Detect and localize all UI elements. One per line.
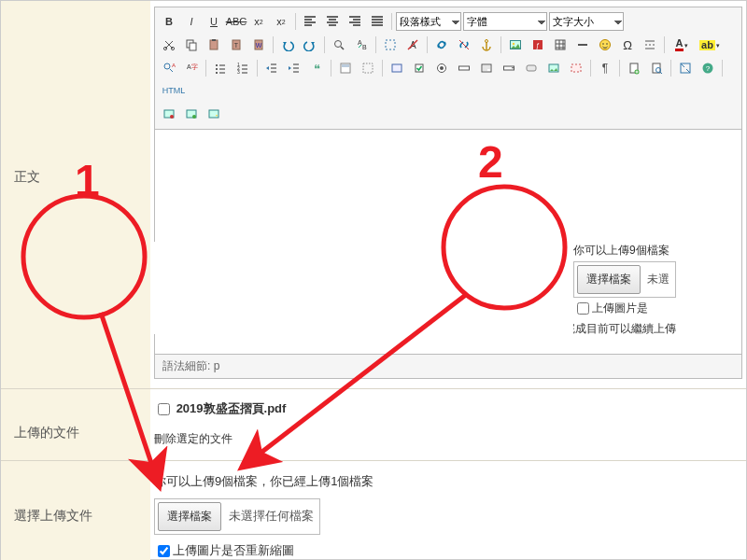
pagebreak-icon[interactable] xyxy=(640,35,660,55)
svg-point-17 xyxy=(513,43,514,45)
textfield-icon[interactable] xyxy=(454,58,474,78)
thumb-checkbox-right[interactable] xyxy=(577,302,589,315)
image-icon[interactable] xyxy=(505,35,526,55)
svg-point-10 xyxy=(335,41,342,48)
special-char-icon[interactable]: Ω xyxy=(617,35,638,55)
align-justify-button[interactable] xyxy=(367,11,388,32)
svg-point-29 xyxy=(216,68,218,70)
imagebutton-icon[interactable] xyxy=(543,58,564,78)
blockquote-icon[interactable]: ❝ xyxy=(306,58,327,78)
select-upload-info: 你可以上傳9個檔案，你已經上傳1個檔案 xyxy=(154,470,742,494)
anchor-icon[interactable] xyxy=(476,35,497,55)
table-icon[interactable] xyxy=(550,35,571,55)
nofile-right: 未選 xyxy=(647,273,669,286)
outdent-icon[interactable] xyxy=(261,58,282,78)
paste-text-icon[interactable]: T xyxy=(226,35,247,55)
svg-text:T: T xyxy=(234,42,239,49)
link-icon[interactable] xyxy=(431,35,452,55)
editor-content-area[interactable]: 你可以 選擇檔案 上傳圖片是 成目前可以 你可以上傳9個檔案 選擇檔案 未選 xyxy=(154,130,742,355)
thumb-checkbox-main[interactable] xyxy=(158,545,170,557)
font-family-select[interactable]: 字體 xyxy=(463,12,547,31)
spellcheck-icon[interactable]: A字 xyxy=(181,58,202,78)
strike-button[interactable]: ABC xyxy=(226,11,247,32)
unlink-icon[interactable] xyxy=(454,35,474,55)
preview-icon[interactable] xyxy=(646,58,667,78)
nofile-main: 未選擇任何檔案 xyxy=(229,509,314,523)
undo-icon[interactable] xyxy=(277,35,298,55)
svg-text:3: 3 xyxy=(237,69,240,75)
ul-icon[interactable] xyxy=(210,58,231,78)
cut-icon[interactable] xyxy=(159,35,179,55)
svg-rect-3 xyxy=(190,43,196,50)
thumb-label-right: 上傳圖片是 xyxy=(592,301,648,315)
button-icon[interactable] xyxy=(521,58,542,78)
svg-text:?: ? xyxy=(706,64,711,73)
flash-icon[interactable]: ƒ xyxy=(528,35,548,55)
form-icon[interactable] xyxy=(387,58,407,78)
copy-icon[interactable] xyxy=(181,35,202,55)
label-uploaded: 上傳的文件 xyxy=(14,425,79,440)
svg-rect-41 xyxy=(459,66,470,70)
align-left-button[interactable] xyxy=(300,11,320,32)
div-icon[interactable] xyxy=(358,58,378,78)
svg-rect-36 xyxy=(363,63,373,73)
align-center-button[interactable] xyxy=(322,11,343,32)
fontcolor-button[interactable]: A▾ xyxy=(669,35,695,55)
show-blocks-icon[interactable]: ¶ xyxy=(595,58,615,78)
bgcolor-button[interactable]: ab▾ xyxy=(697,35,723,55)
choose-file-button-right[interactable]: 選擇檔案 xyxy=(577,265,641,294)
select-icon[interactable] xyxy=(499,58,519,78)
svg-text:字: 字 xyxy=(191,63,198,70)
svg-text:A: A xyxy=(172,63,176,68)
extra3-icon[interactable] xyxy=(204,104,224,124)
textarea-icon[interactable] xyxy=(476,58,497,78)
checkbox-icon[interactable] xyxy=(409,58,430,78)
svg-text:ƒ: ƒ xyxy=(536,42,540,49)
svg-point-24 xyxy=(164,63,170,69)
bold-button[interactable]: B xyxy=(159,11,179,32)
svg-rect-35 xyxy=(342,64,349,67)
redo-icon[interactable] xyxy=(300,35,320,55)
choose-file-button-main[interactable]: 選擇檔案 xyxy=(158,502,221,531)
find-replace-icon[interactable]: A xyxy=(159,58,179,78)
font-size-select[interactable]: 文字大小 xyxy=(549,12,624,31)
svg-rect-37 xyxy=(392,64,402,72)
ol-icon[interactable]: 123 xyxy=(233,58,253,78)
hr-icon[interactable] xyxy=(572,35,593,55)
subscript-button[interactable]: x2 xyxy=(248,11,269,32)
svg-rect-58 xyxy=(209,110,218,118)
indent-icon[interactable] xyxy=(284,58,304,78)
superscript-button[interactable]: x2 xyxy=(271,11,291,32)
newpage-icon[interactable] xyxy=(624,58,644,78)
uploaded-file-checkbox[interactable] xyxy=(158,403,170,415)
svg-rect-13 xyxy=(386,40,395,49)
delete-selected-link[interactable]: 刪除選定的文件 xyxy=(154,431,742,447)
italic-button[interactable]: I xyxy=(181,11,202,32)
paste-icon[interactable] xyxy=(204,35,224,55)
paste-word-icon[interactable]: W xyxy=(248,35,269,55)
remove-format-icon[interactable]: A xyxy=(402,35,423,55)
thumb-label-main: 上傳圖片是否重新縮圖 xyxy=(173,543,294,557)
underline-button[interactable]: U xyxy=(204,11,224,32)
extra1-icon[interactable] xyxy=(159,104,179,124)
label-body: 正文 xyxy=(14,169,40,184)
svg-point-23 xyxy=(606,43,608,45)
hidden-icon[interactable] xyxy=(566,58,586,78)
maximize-icon[interactable] xyxy=(675,58,696,78)
source-button[interactable]: HTML xyxy=(159,80,189,101)
extra2-icon[interactable] xyxy=(181,104,202,124)
select-all-icon[interactable] xyxy=(380,35,401,55)
radio-icon[interactable] xyxy=(431,58,452,78)
svg-point-57 xyxy=(192,115,196,119)
about-icon[interactable]: ? xyxy=(698,58,718,78)
align-right-button[interactable] xyxy=(345,11,365,32)
replace-icon[interactable]: AB xyxy=(351,35,372,55)
svg-point-40 xyxy=(440,66,444,70)
emoji-icon[interactable] xyxy=(595,35,615,55)
template-icon[interactable] xyxy=(335,58,356,78)
paragraph-style-select[interactable]: 段落樣式 xyxy=(396,12,461,31)
svg-rect-38 xyxy=(416,64,423,72)
svg-point-21 xyxy=(600,40,611,50)
find-icon[interactable] xyxy=(329,35,349,55)
svg-point-55 xyxy=(170,115,174,119)
